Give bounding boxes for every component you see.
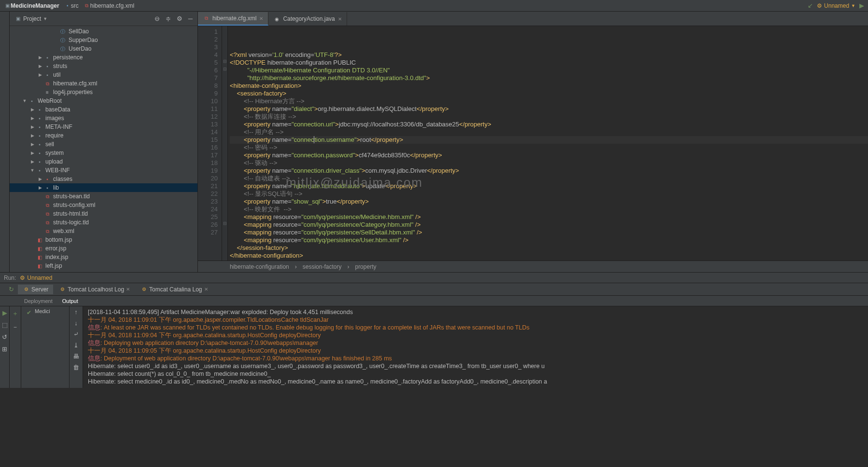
tree-item-sell[interactable]: ▶▪sell <box>10 140 197 149</box>
fold-column[interactable]: ⊟⊟⊟ <box>222 26 228 261</box>
tree-item-lib[interactable]: ▶▪lib <box>10 183 197 192</box>
tree-arrow-icon[interactable]: ▶ <box>29 124 36 129</box>
tree-item-struts-logic-tld[interactable]: ⧉struts-logic.tld <box>10 218 197 227</box>
tree-item-struts-bean-tld[interactable]: ⧉struts-bean.tld <box>10 192 197 201</box>
tree-item-webroot[interactable]: ▼▪WebRoot <box>10 96 197 105</box>
jsp-icon: ◧ <box>36 262 43 270</box>
tree-arrow-icon[interactable]: ▶ <box>37 185 43 190</box>
refresh-button[interactable]: ↺ <box>2 333 7 341</box>
project-tree[interactable]: ⒾSellDaoⒾSupperDaoⒾUserDao▶▪persistence▶… <box>10 26 197 272</box>
expand-icon[interactable]: ≑ <box>166 15 171 22</box>
tree-item-index-jsp[interactable]: ◧index.jsp <box>10 253 197 261</box>
tree-item-web-xml[interactable]: ⧉web.xml <box>10 227 197 235</box>
project-name-label: MedicineManager <box>11 2 59 9</box>
close-icon[interactable]: ✕ <box>126 287 130 292</box>
bottom-tab-server[interactable]: ⚙Server <box>18 285 53 294</box>
tree-item-util[interactable]: ▶▪util <box>10 70 197 79</box>
breadcrumb-project[interactable]: ▣ MedicineManager <box>4 2 59 9</box>
editor-tab-categoryaction-java[interactable]: ◉CategoryAction.java✕ <box>268 12 347 26</box>
tree-item-upload[interactable]: ▶▪upload <box>10 157 197 166</box>
run-button[interactable]: ▶ <box>859 2 864 9</box>
tree-arrow-icon[interactable]: ▶ <box>37 177 43 181</box>
tree-arrow-icon[interactable]: ▶ <box>29 151 36 155</box>
build-button[interactable]: ↙ <box>808 2 813 9</box>
tree-item-userdao[interactable]: ⒾUserDao <box>10 44 197 53</box>
tree-item-struts[interactable]: ▶▪struts <box>10 62 197 70</box>
print-icon[interactable]: 🖶 <box>73 353 79 360</box>
tree-item-hibernate-cfg-xml[interactable]: ⧉hibernate.cfg.xml <box>10 79 197 88</box>
debug-button[interactable]: ⬚ <box>2 321 8 329</box>
deployment-tab[interactable]: Deployment <box>24 298 53 304</box>
run-config-display[interactable]: ⚙ Unnamed <box>20 275 52 281</box>
chevron-down-icon[interactable]: ▼ <box>43 16 47 21</box>
remove-button[interactable]: － <box>12 323 18 331</box>
tree-item-bottom-jsp[interactable]: ◧bottom.jsp <box>10 235 197 244</box>
rerun-button[interactable]: ↻ <box>9 286 14 293</box>
collapse-icon[interactable]: ⊖ <box>154 15 160 22</box>
breadcrumb-element[interactable]: session-factory <box>303 263 342 270</box>
tree-arrow-icon[interactable]: ▼ <box>29 168 36 173</box>
tree-item-system[interactable]: ▶▪system <box>10 149 197 157</box>
scroll-up-icon[interactable]: ↑ <box>74 308 78 316</box>
tree-arrow-icon[interactable]: ▶ <box>29 107 36 112</box>
layout-button[interactable]: ⊞ <box>2 345 7 353</box>
tree-item-log4j-properties[interactable]: ≡log4j.properties <box>10 88 197 96</box>
tree-arrow-icon[interactable]: ▼ <box>21 98 28 103</box>
tree-item-struts-config-xml[interactable]: ⧉struts-config.xml <box>10 201 197 209</box>
tree-item-selldao[interactable]: ⒾSellDao <box>10 27 197 36</box>
tree-item-basedata[interactable]: ▶▪baseData <box>10 105 197 114</box>
tree-arrow-icon[interactable]: ▶ <box>37 72 43 77</box>
bottom-tab-tomcat-catalina-log[interactable]: ⚙Tomcat Catalina Log✕ <box>136 285 212 294</box>
code-content[interactable]: mjtljx@zuidaima.com <?xml version='1.0' … <box>228 26 868 261</box>
tree-item-meta-inf[interactable]: ▶▪META-INF <box>10 123 197 131</box>
tree-item-supperdao[interactable]: ⒾSupperDao <box>10 36 197 44</box>
tree-arrow-icon[interactable]: ▶ <box>29 159 36 164</box>
tree-arrow-icon[interactable]: ▶ <box>29 133 36 138</box>
close-icon[interactable]: ✕ <box>259 16 263 21</box>
clear-icon[interactable]: 🗑 <box>73 364 79 371</box>
run-config-selector[interactable]: ⚙ Unnamed ▼ <box>817 2 855 9</box>
xml-icon: ⧉ <box>43 193 51 200</box>
close-icon[interactable]: ✕ <box>204 287 208 292</box>
output-tab[interactable]: Output <box>62 298 78 304</box>
tree-item-require[interactable]: ▶▪require <box>10 131 197 140</box>
breadcrumb-src[interactable]: ▪ src <box>64 2 79 9</box>
tree-item-left-jsp[interactable]: ◧left.jsp <box>10 261 197 270</box>
editor-tab-hibernate-cfg-xml[interactable]: ⧉hibernate.cfg.xml✕ <box>198 12 268 26</box>
tree-arrow-icon[interactable]: ▶ <box>37 55 43 60</box>
tree-item-web-inf[interactable]: ▼▪WEB-INF <box>10 166 197 175</box>
tree-item-classes[interactable]: ▶▪classes <box>10 175 197 183</box>
breadcrumb-element[interactable]: property <box>355 263 376 270</box>
artifact-name[interactable]: Medici <box>35 308 50 386</box>
hide-icon[interactable]: ─ <box>188 15 193 22</box>
tree-item-error-jsp[interactable]: ◧error.jsp <box>10 244 197 253</box>
console-line: Hibernate: select user0_.id as id3_, use… <box>88 362 863 370</box>
tree-item-label: util <box>53 71 60 78</box>
soft-wrap-icon[interactable]: ⤶ <box>73 330 79 338</box>
gear-icon[interactable]: ⚙ <box>177 15 182 22</box>
editor-breadcrumb: hibernate-configuration › session-factor… <box>198 261 868 272</box>
tree-item-images[interactable]: ▶▪images <box>10 114 197 123</box>
tree-item-label: persistence <box>53 54 83 61</box>
tree-item-label: UserDao <box>69 45 91 52</box>
xml-icon: ⧉ <box>43 202 51 209</box>
add-button[interactable]: ＋ <box>12 309 18 318</box>
scroll-down-icon[interactable]: ↓ <box>74 319 78 327</box>
tree-arrow-icon[interactable]: ▶ <box>29 142 36 147</box>
tree-arrow-icon[interactable]: ▶ <box>37 64 43 69</box>
folder-icon: ▪ <box>36 124 43 131</box>
jsp-icon: ◧ <box>36 254 43 261</box>
console-output[interactable]: [2018-11-04 11:08:59,495] Artifact Medic… <box>83 306 868 388</box>
tree-item-struts-html-tld[interactable]: ⧉struts-html.tld <box>10 209 197 218</box>
scroll-to-end-icon[interactable]: ⤓ <box>73 342 79 349</box>
bottom-tab-tomcat-localhost-log[interactable]: ⚙Tomcat Localhost Log✕ <box>54 285 135 294</box>
stop-button[interactable]: ▶ <box>2 309 7 316</box>
left-tool-stripe[interactable] <box>0 12 10 272</box>
breadcrumb-file[interactable]: ⧉ hibernate.cfg.xml <box>84 2 134 9</box>
code-editor[interactable]: 1234567891011121314151617181920212223242… <box>198 26 868 261</box>
folder-icon: ▪ <box>43 54 51 61</box>
tree-item-persistence[interactable]: ▶▪persistence <box>10 53 197 62</box>
close-icon[interactable]: ✕ <box>338 16 342 22</box>
tree-arrow-icon[interactable]: ▶ <box>29 116 36 121</box>
breadcrumb-element[interactable]: hibernate-configuration <box>230 263 289 270</box>
